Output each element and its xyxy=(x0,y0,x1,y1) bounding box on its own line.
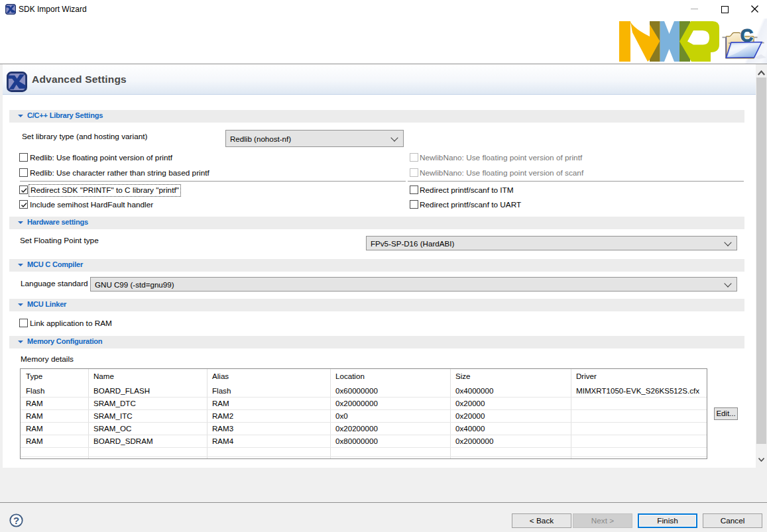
svg-text:?: ? xyxy=(13,515,19,526)
